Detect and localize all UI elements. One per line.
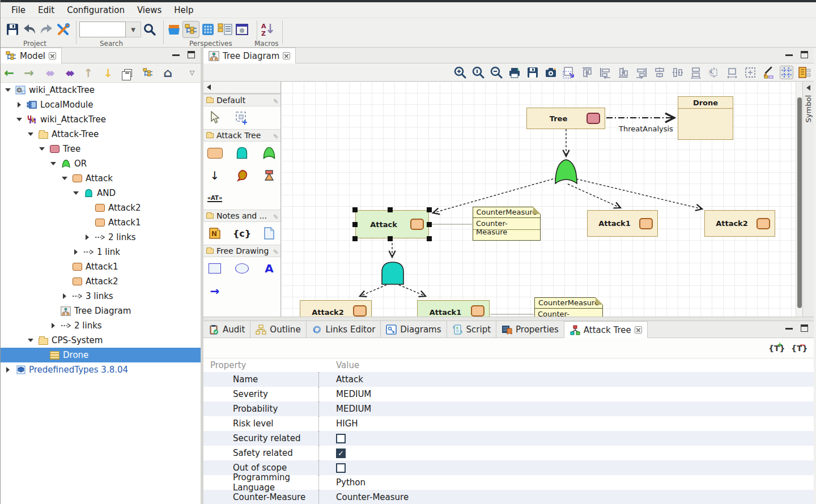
same-height-icon[interactable]: ⇱	[707, 66, 721, 79]
minimize-icon[interactable]	[785, 324, 793, 330]
selection-handle[interactable]	[352, 207, 358, 212]
diagram-canvas[interactable]: Tree Drone ThreatAnalysis Attack	[281, 82, 796, 317]
expand-icon[interactable]	[72, 249, 80, 255]
snap-grid-icon[interactable]	[780, 66, 793, 79]
save-image-icon[interactable]	[526, 66, 539, 79]
save-button[interactable]	[4, 21, 21, 38]
scrollbar-thumb[interactable]	[797, 97, 802, 308]
align-top-icon[interactable]	[580, 66, 594, 79]
diagram-note-countermeasure-2[interactable]: CounterMeasure Counter-Measure	[534, 297, 603, 317]
tree-item-attack2-or[interactable]: Attack2	[1, 274, 201, 289]
expand-icon[interactable]	[27, 133, 35, 136]
tree-item-localmodule[interactable]: LocalModule	[1, 97, 201, 112]
zoom-original-icon[interactable]	[471, 66, 485, 79]
macros-sort-button[interactable]: AZ	[259, 21, 276, 38]
menu-views[interactable]: Views	[131, 4, 168, 16]
selection-handle[interactable]	[388, 236, 393, 241]
table-row-security-related[interactable]: Security related	[203, 431, 814, 446]
expand-icon[interactable]	[15, 118, 23, 121]
expand-icon[interactable]	[49, 323, 57, 328]
vertical-scrollbar[interactable]	[796, 82, 802, 317]
multi-select-tool[interactable]	[234, 110, 250, 125]
tab-tree-diagram[interactable]: Tree Diagram	[203, 48, 296, 63]
back-icon[interactable]: ←	[3, 66, 15, 80]
tree-item-wiki-attacktree-model[interactable]: MUL wiki_AttackTree	[1, 112, 201, 127]
cursor-tool[interactable]	[207, 110, 223, 125]
expand-icon[interactable]	[61, 293, 69, 299]
diagram-list-icon[interactable]	[798, 66, 811, 79]
perspective-list-button[interactable]	[216, 21, 233, 38]
perspective-grid-button[interactable]	[199, 21, 216, 38]
ellipse-tool[interactable]	[234, 261, 250, 276]
tab-links-editor[interactable]: Links Editor	[307, 321, 381, 338]
attack-node-tool[interactable]	[207, 146, 223, 160]
fit-diagram-icon[interactable]	[743, 66, 757, 79]
menu-file[interactable]: File	[5, 4, 32, 16]
remove-attribute-icon[interactable]: {T}−	[791, 344, 806, 353]
palette-section-notes[interactable]: Notes and ...	[203, 210, 280, 222]
safety-related-checkbox[interactable]	[336, 449, 346, 458]
expand-icon[interactable]	[83, 234, 91, 240]
tree-item-2-links-tree[interactable]: 2 links	[1, 318, 201, 333]
table-row-counter-measure[interactable]: Counter-Measure Counter-Measure	[203, 490, 814, 504]
out-of-scope-checkbox[interactable]	[336, 463, 346, 473]
selection-handle[interactable]	[427, 207, 432, 212]
minimize-icon[interactable]	[172, 51, 180, 56]
tree-item-attack-tree-folder[interactable]: Attack-Tree	[1, 127, 201, 142]
note-tool[interactable]: N	[207, 226, 223, 241]
move-up-icon[interactable]: ↑	[82, 66, 95, 80]
open-project-icon[interactable]	[165, 21, 182, 38]
move-down-icon[interactable]: ↓	[102, 66, 114, 80]
tab-model[interactable]: Model	[1, 48, 62, 63]
search-input[interactable]	[79, 22, 126, 37]
history-forward-icon[interactable]: ◆◆	[62, 66, 75, 80]
diagram-node-tree[interactable]: Tree	[526, 108, 605, 129]
tab-audit[interactable]: Audit	[203, 321, 250, 338]
format-painter-icon[interactable]	[762, 66, 775, 79]
close-icon[interactable]	[635, 326, 642, 334]
undo-button[interactable]	[21, 21, 38, 38]
menu-edit[interactable]: Edit	[32, 4, 61, 16]
table-row-safety-related[interactable]: Safety related	[203, 446, 814, 460]
link-label-threatanalysis[interactable]: ThreatAnalysis	[619, 125, 673, 133]
palette-section-attack-tree[interactable]: Attack Tree	[203, 129, 280, 142]
palette-section-default[interactable]: Default	[203, 94, 280, 106]
expand-icon[interactable]	[4, 367, 12, 373]
print-icon[interactable]	[508, 66, 521, 79]
same-width-icon[interactable]	[689, 66, 703, 79]
selection-handle[interactable]	[352, 236, 358, 241]
zoom-in-icon[interactable]	[453, 66, 467, 79]
table-row-risk-level[interactable]: Risk level HIGH	[203, 416, 814, 431]
align-bottom-icon[interactable]	[617, 66, 630, 79]
selection-handle[interactable]	[427, 236, 432, 241]
view-menu-icon[interactable]: ▽	[186, 66, 198, 80]
tree-item-drone[interactable]: Drone	[1, 348, 201, 362]
value-header[interactable]: Value	[318, 358, 814, 372]
diagram-note-countermeasure[interactable]: CounterMeasure Counter-Measure	[473, 207, 541, 241]
capture-selection-icon[interactable]	[562, 66, 576, 79]
tab-script[interactable]: Script	[447, 321, 497, 338]
tab-outline[interactable]: Outline	[250, 321, 306, 338]
diagram-node-attack1[interactable]: Attack1	[587, 210, 658, 237]
redo-button[interactable]	[38, 21, 55, 38]
tree-item-and[interactable]: AND	[1, 186, 201, 200]
palette-section-free-drawing[interactable]: Free Drawing	[203, 245, 280, 257]
diagram-node-attack2[interactable]: Attack2	[704, 210, 775, 237]
countermeasure-tool[interactable]	[234, 168, 250, 183]
history-back-icon[interactable]: ◆◆	[42, 66, 55, 80]
tree-item-or[interactable]: OR	[1, 156, 201, 171]
attack1-badge[interactable]	[639, 218, 653, 229]
tree-item-wiki-attacktree-root[interactable]: wiki_AttackTree	[1, 83, 201, 97]
menu-configuration[interactable]: Configuration	[61, 4, 131, 16]
close-icon[interactable]	[283, 52, 290, 59]
tree-view-icon[interactable]	[142, 66, 154, 80]
at-stereotype-tool[interactable]: «AT»	[207, 191, 223, 206]
search-dropdown-button[interactable]: ▼	[126, 22, 141, 37]
maximize-icon[interactable]	[801, 324, 808, 332]
link-tool[interactable]: ↓	[207, 168, 223, 183]
attack1-bottom-badge[interactable]	[471, 305, 484, 317]
attack2-bottom-badge[interactable]	[353, 305, 367, 317]
expand-icon[interactable]	[61, 177, 69, 180]
tree-item-attack1[interactable]: Attack1	[1, 215, 201, 230]
perspective-window-button[interactable]	[233, 21, 250, 38]
